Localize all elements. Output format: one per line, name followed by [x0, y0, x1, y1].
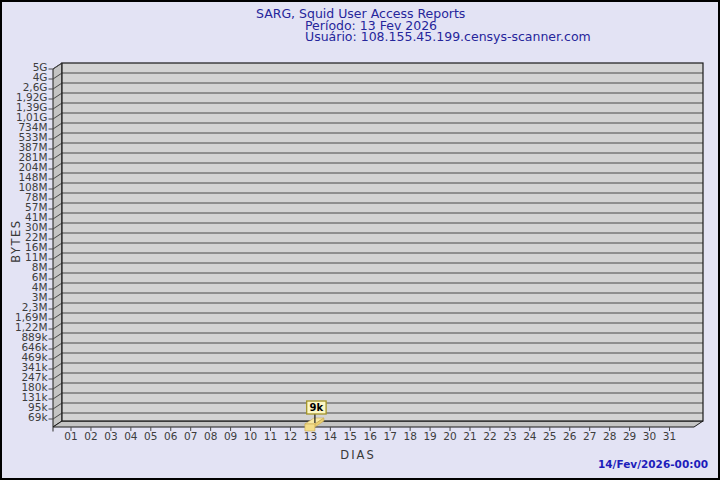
x-tick-label: 18 [403, 430, 416, 442]
x-tick-label: 05 [144, 430, 157, 442]
sarg-report-page: { "header": { "title": "SARG, Squid User… [0, 0, 720, 480]
x-tick-label: 20 [443, 430, 456, 442]
x-tick-label: 13 [304, 430, 317, 442]
x-tick-label: 22 [483, 430, 496, 442]
x-tick-label: 24 [523, 430, 537, 442]
x-tick-label: 28 [603, 430, 616, 442]
x-tick-label: 02 [84, 430, 97, 442]
x-tick-label: 14 [324, 430, 338, 442]
x-tick-label: 16 [364, 430, 378, 442]
x-tick-label: 30 [643, 430, 656, 442]
x-tick-label: 04 [124, 430, 138, 442]
bar [305, 424, 315, 431]
x-tick-label: 08 [204, 430, 217, 442]
x-tick-label: 07 [184, 430, 197, 442]
generation-timestamp: 14/Fev/2026-00:00 [598, 458, 708, 470]
y-tick-label: 69k [28, 411, 48, 423]
x-tick-label: 03 [104, 430, 117, 442]
x-tick-label: 21 [463, 430, 476, 442]
x-tick-label: 27 [583, 430, 596, 442]
x-tick-label: 10 [244, 430, 257, 442]
x-tick-label: 09 [224, 430, 237, 442]
x-tick-label: 29 [623, 430, 636, 442]
x-tick-label: 06 [164, 430, 178, 442]
x-tick-label: 12 [284, 430, 297, 442]
x-tick-label: 26 [563, 430, 577, 442]
x-tick-label: 01 [64, 430, 77, 442]
x-tick-label: 17 [384, 430, 397, 442]
x-tick-label: 25 [543, 430, 556, 442]
plot-area [62, 63, 703, 421]
bar-value-label: 9k [310, 402, 324, 413]
x-tick-label: 23 [503, 430, 516, 442]
x-axis-title: DIAS [318, 448, 398, 462]
x-tick-label: 11 [264, 430, 277, 442]
chart-floor [53, 421, 703, 427]
x-tick-label: 19 [423, 430, 436, 442]
bytes-per-day-bar-chart: 5G4G2,6G1,92G1,39G1,01G734M533M387M281M2… [2, 2, 720, 480]
x-tick-label: 15 [344, 430, 357, 442]
x-tick-label: 31 [663, 430, 676, 442]
